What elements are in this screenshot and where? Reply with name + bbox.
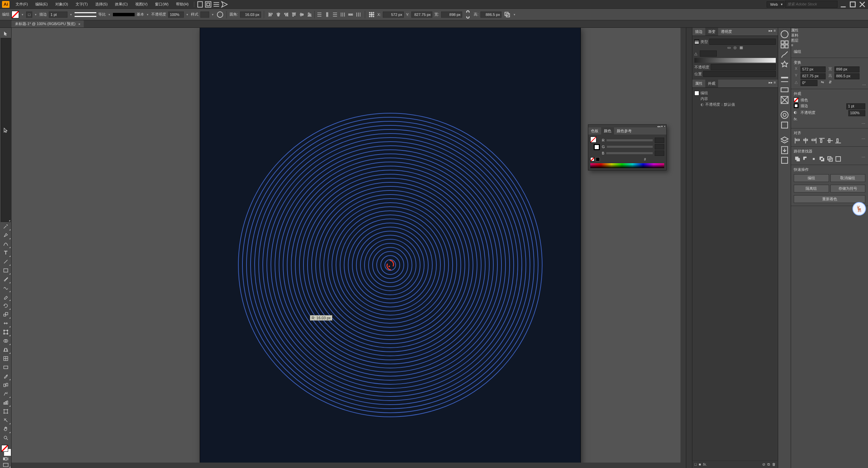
dock-collapse-strip[interactable] [686,28,692,468]
prop-fill-swatch[interactable] [794,98,798,102]
curvature-tool[interactable] [1,240,11,248]
selection-tool[interactable] [1,29,11,38]
width-tool[interactable] [1,319,11,328]
p-align-vcenter[interactable] [826,137,834,144]
grad-type-select[interactable] [709,39,776,45]
menu-object[interactable]: 对象(O) [52,0,72,8]
hand-tool[interactable] [1,425,11,433]
y-field[interactable]: 827.75 px [411,12,432,18]
flip-v-icon[interactable]: ⇵ [827,80,833,86]
appearance-more-icon[interactable]: ⋯ [862,122,865,126]
attributes-tab[interactable]: 属性 [692,80,705,87]
ref-point-icon[interactable] [368,11,375,18]
window-minimize[interactable] [840,1,847,7]
grad-linear-icon[interactable]: ▭ [727,45,731,50]
stroke-weight[interactable]: 1 pt [49,12,67,18]
shape-mode-icon[interactable] [504,11,511,18]
fill-dropdown[interactable]: ▾ [21,13,24,16]
align-left-icon[interactable] [267,11,274,18]
fill-swatch-mini[interactable] [590,137,596,143]
swatches-tab[interactable]: 色板 [588,127,601,135]
artboards-panel-icon[interactable] [780,155,790,165]
mesh-tool[interactable] [1,354,11,363]
window-maximize[interactable] [849,1,856,7]
free-transform-tool[interactable] [1,328,11,337]
layers-tab[interactable]: 图层 [791,38,868,43]
color-panel-icon[interactable] [780,29,790,39]
w-field[interactable]: 898 px [441,12,462,18]
window-close[interactable] [859,1,866,7]
symbols-panel-icon[interactable] [780,60,790,70]
recolor-icon[interactable] [216,11,224,18]
layers-panel-icon[interactable] [780,135,790,145]
stroke-panel-icon[interactable] [780,75,790,85]
corner-radius[interactable]: 16.03 px [240,12,261,18]
artboard-icon[interactable] [204,1,212,8]
gradient-tool[interactable] [1,363,11,372]
paintbrush-tool[interactable] [1,275,11,284]
workspace-switcher[interactable]: Web [767,1,784,7]
canvas[interactable]: R: 16.03 px ◂◂ ▾ × 色板 颜色 颜色参考 R G B [12,28,686,468]
libraries-tab[interactable]: 革料 [791,33,868,38]
prop-y[interactable]: 827.75 px [801,73,826,79]
menu-file[interactable]: 文件(F) [12,0,31,8]
color-tab[interactable]: 颜色 [601,127,614,135]
transparency-panel-icon[interactable] [780,95,790,105]
isolate-button[interactable]: 隔离组 [794,185,829,192]
add-stroke-icon[interactable]: □ [694,462,697,467]
opacity-field[interactable]: 100% [168,12,184,18]
dist-top-icon[interactable] [316,11,323,18]
stroke-swatch[interactable] [594,144,600,150]
properties-tab[interactable]: 属性 [791,28,868,33]
menu-select[interactable]: 选择(S) [92,0,111,8]
stroke-tab[interactable]: 描边 [692,28,705,36]
pf-intersect[interactable] [810,155,817,163]
p-align-right[interactable] [810,137,817,144]
rectangle-tool[interactable] [1,266,11,275]
shape-builder-tool[interactable] [1,337,11,345]
menu-edit[interactable]: 编辑(E) [32,0,51,8]
menu-window[interactable]: 窗口(W) [152,0,172,8]
screen-mode[interactable] [1,462,11,468]
stock-search[interactable]: 搜索 Adobe Stock [785,1,837,8]
x-field[interactable]: 572 px [383,12,404,18]
prop-fx-label[interactable]: fx. [794,117,798,121]
type-tool[interactable] [1,248,11,257]
dist-right-icon[interactable] [355,11,362,18]
v-scrollbar[interactable] [680,28,686,463]
grad-op-field[interactable] [711,64,776,70]
grad-freeform-icon[interactable]: ▦ [739,45,743,50]
p-align-bottom[interactable] [834,137,842,144]
artboard[interactable] [200,28,580,468]
align-vcenter-icon[interactable] [298,11,305,18]
properties-menu-icon[interactable]: ≡ [791,43,868,47]
grad-angle[interactable] [700,50,717,57]
graphic-styles-icon[interactable] [780,120,790,130]
blend-tool[interactable] [1,381,11,389]
align-hcenter-icon[interactable] [275,11,282,18]
menu-type[interactable]: 文字(T) [72,0,91,8]
g-slider[interactable] [607,146,653,148]
group-button[interactable]: 编组 [794,174,829,182]
align-more-icon[interactable]: ⋯ [862,137,865,144]
color-panel[interactable]: ◂◂ ▾ × 色板 颜色 颜色参考 R G B [588,124,667,170]
panel-menu-icon[interactable]: ▸▸ ≡ [767,28,778,36]
flip-h-icon[interactable]: ⇋ [820,80,825,86]
menu-help[interactable]: 帮助(H) [173,0,192,8]
black-swatch[interactable] [596,157,600,161]
prop-stroke-pt[interactable]: 1 pt [846,103,865,109]
swatches-panel-icon[interactable] [780,39,790,49]
document-tab[interactable]: 未标题-1* @ 100% (RGB/GPU 预览) × [12,20,84,27]
close-tab-icon[interactable]: × [78,22,80,26]
link-wh-icon[interactable] [464,11,472,18]
transparency-tab[interactable]: 透明度 [718,28,735,36]
slice-tool[interactable] [1,416,11,425]
brushes-panel-icon[interactable] [780,49,790,60]
grad-radial-icon[interactable]: ◎ [733,45,737,50]
pf-minus-front[interactable] [802,155,809,163]
dist-vcenter-icon[interactable] [323,11,331,18]
eraser-tool[interactable] [1,292,11,301]
shaper-tool[interactable] [1,284,11,292]
prop-h[interactable]: 886.5 px [834,73,860,79]
appearance-tab[interactable]: 外观 [705,80,718,87]
